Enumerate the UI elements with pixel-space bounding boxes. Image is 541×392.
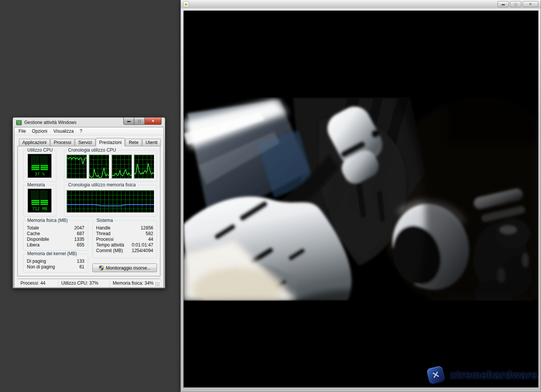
menu-bar: File Opzioni Visualizza ?	[14, 127, 163, 135]
tab-strip: Applicazioni Processi Servizi Prestazion…	[17, 138, 160, 146]
memory-label: Memoria	[26, 182, 46, 187]
info-row: Processi44	[96, 237, 153, 242]
kernel-memory-label: Memoria del kernel (MB)	[26, 251, 78, 256]
video-frame	[183, 98, 538, 301]
tab-servizi[interactable]: Servizi	[75, 139, 95, 146]
status-bar: Processi: 44 Utilizzo CPU: 37% Memoria f…	[17, 279, 160, 287]
cpu-history-label: Cronologia utilizzo CPU	[67, 147, 117, 153]
cpu-history-group: Cronologia utilizzo CPU	[64, 150, 157, 182]
menu-file[interactable]: File	[16, 128, 29, 135]
memory-history-group: Cronologia utilizzo memoria fisica	[64, 185, 157, 217]
info-row: Cache687	[27, 231, 84, 237]
video-content-area[interactable]: ✕ xtremehardware.it	[183, 11, 538, 387]
info-row: Di paging133	[27, 259, 84, 264]
maximize-icon[interactable]: ◻	[510, 1, 521, 7]
physical-memory-group: Memoria fisica (MB) Totale2047Cache687Di…	[23, 220, 88, 251]
memory-group: Memoria 712 MB	[23, 185, 56, 217]
watermark-text: xtremehardware.it	[450, 369, 538, 381]
memory-value: 712 MB	[28, 206, 51, 211]
player-titlebar[interactable]: ▶ ▬ ◻ ✕	[181, 0, 541, 8]
resource-monitor-label: Monitoraggio risorse...	[106, 265, 151, 271]
memory-meter: 712 MB	[28, 189, 52, 213]
desktop: ▶ ▬ ◻ ✕	[0, 0, 541, 392]
info-row: Totale2047	[27, 225, 84, 231]
cpu-usage-value: 37 %	[28, 172, 51, 177]
tab-prestazioni[interactable]: Prestazioni	[96, 138, 125, 146]
info-row: Commit (MB)1254/4094	[96, 248, 153, 254]
task-manager-icon	[16, 120, 22, 125]
minimize-icon[interactable]: ▬	[123, 118, 134, 125]
info-row: Tempo attività0:01:01:47	[96, 242, 153, 248]
window-title: Gestione attività Windows	[24, 120, 76, 125]
info-row: Disponibile1335	[27, 237, 84, 242]
menu-help[interactable]: ?	[77, 128, 86, 135]
close-icon[interactable]: ✕	[145, 118, 162, 125]
kernel-memory-group: Memoria del kernel (MB) Di paging133Non …	[23, 254, 88, 273]
cpu-usage-group: Utilizzo CPU 37 %	[23, 150, 56, 182]
memory-history-graph	[67, 190, 154, 213]
video-player-window: ▶ ▬ ◻ ✕	[180, 0, 541, 392]
menu-view[interactable]: Visualizza	[50, 128, 77, 135]
info-row: Handle12856	[96, 225, 153, 231]
uac-shield-icon	[99, 265, 104, 271]
cpu-usage-meter: 37 %	[28, 154, 52, 178]
cpu-usage-label: Utilizzo CPU	[26, 147, 54, 153]
system-label: Sistema	[95, 218, 114, 223]
x-logo: ✕	[426, 365, 446, 385]
status-cpu-usage: Utilizzo CPU: 37%	[58, 280, 109, 287]
memory-history-label: Cronologia utilizzo memoria fisica	[67, 182, 137, 187]
close-icon[interactable]: ✕	[522, 1, 538, 7]
task-manager-titlebar[interactable]: Gestione attività Windows ▬ ◻ ✕	[14, 118, 164, 127]
performance-tab-page: Utilizzo CPU 37 % Cronologia utilizzo CP…	[17, 146, 160, 276]
status-physical-memory: Memoria fisica: 34%	[109, 280, 160, 287]
cpu-core4-graph	[134, 155, 154, 179]
task-manager-window: Gestione attività Windows ▬ ◻ ✕ File Opz…	[12, 117, 165, 288]
maximize-icon[interactable]: ◻	[134, 118, 145, 125]
info-row: Thread582	[96, 231, 153, 237]
physical-memory-label: Memoria fisica (MB)	[26, 218, 69, 223]
cpu-core1-graph	[67, 155, 87, 179]
info-row: Non di paging61	[27, 264, 84, 270]
tab-utenti[interactable]: Utenti	[142, 139, 161, 146]
info-row: Libera655	[27, 242, 84, 248]
minimize-icon[interactable]: ▬	[497, 1, 509, 7]
menu-options[interactable]: Opzioni	[29, 128, 50, 135]
system-group: Sistema Handle12856Thread582Processi44Te…	[92, 220, 157, 258]
resource-monitor-button[interactable]: Monitoraggio risorse...	[92, 263, 157, 272]
status-processes: Processi: 44	[17, 280, 58, 287]
cpu-core2-graph	[89, 155, 109, 179]
resize-grip-icon[interactable]	[155, 282, 160, 287]
play-icon: ▶	[183, 1, 189, 7]
tab-processi[interactable]: Processi	[50, 139, 75, 146]
tab-rete[interactable]: Rete	[125, 139, 141, 146]
cpu-core3-graph	[112, 155, 132, 179]
watermark: ✕ xtremehardware.it	[428, 367, 538, 383]
tab-applicazioni[interactable]: Applicazioni	[19, 139, 50, 146]
nanosuit-scene	[183, 98, 538, 301]
